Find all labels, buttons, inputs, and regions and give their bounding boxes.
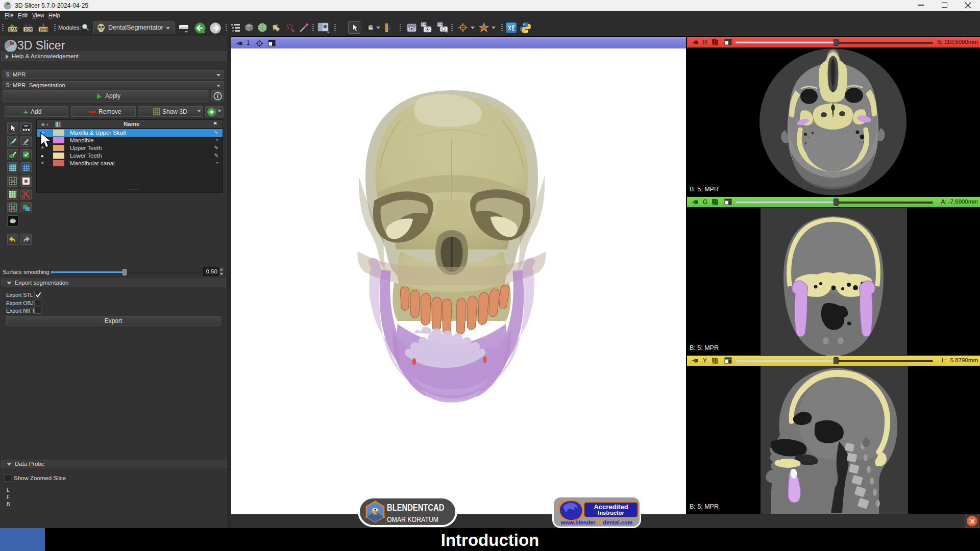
svg-text:DCM: DCM <box>25 28 32 31</box>
svg-text:DATA: DATA <box>9 28 18 31</box>
svg-text:SAVE: SAVE <box>40 28 48 31</box>
